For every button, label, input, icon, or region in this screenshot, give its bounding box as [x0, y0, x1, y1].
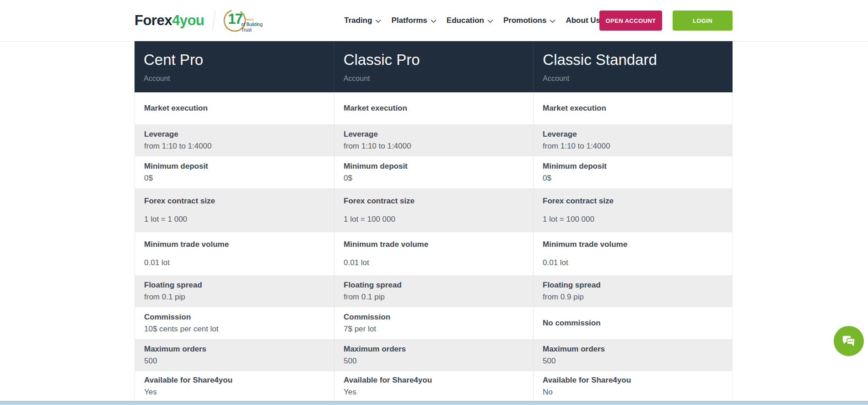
feature-value: No: [543, 388, 723, 397]
table-row-commission: Commission 10$ cents per cent lot Commis…: [135, 307, 732, 339]
table-cell: Minimum deposit 0$: [135, 156, 334, 188]
feature-label: Minimum trade volume: [144, 240, 325, 249]
feature-label: Available for Share4you: [144, 376, 325, 385]
badge-number: 17: [228, 11, 242, 27]
feature-label: Commission: [144, 313, 325, 322]
feature-label: Available for Share4you: [344, 376, 524, 385]
feature-label: Minimum trade volume: [344, 240, 524, 249]
table-cell: Forex contract size 1 lot = 1 000: [135, 188, 334, 232]
feature-value: 10$ cents per cent lot: [144, 325, 325, 334]
account-title: Cent Pro: [144, 51, 334, 69]
forex4you-accounts-page: Forex4you 17 Years of Building Trust Tra…: [0, 0, 868, 405]
nav-item-promotions[interactable]: Promotions: [503, 16, 555, 25]
feature-value: 1 lot = 100 000: [543, 215, 723, 224]
nav-item-platforms[interactable]: Platforms: [391, 16, 435, 25]
nav-label: About Us: [566, 16, 600, 25]
feature-label: Maximum orders: [144, 345, 325, 354]
table-cell: Market execution: [334, 92, 533, 124]
table-cell: Available for Share4you No: [533, 371, 732, 401]
table-header-row: Cent Pro Account Classic Pro Account Cla…: [135, 41, 733, 92]
chat-bubbles-icon: [841, 333, 857, 349]
feature-value: 1 lot = 100 000: [344, 215, 524, 224]
logo-text-forex: Forex: [135, 12, 172, 28]
nav-item-trading[interactable]: Trading: [344, 16, 380, 25]
table-cell: Leverage from 1:10 to 1:4000: [334, 124, 533, 156]
feature-value: 500: [543, 357, 723, 366]
chevron-down-icon: [487, 17, 493, 23]
feature-value: 0$: [543, 174, 723, 183]
feature-label: Minimum trade volume: [543, 240, 723, 249]
horizontal-scrollbar[interactable]: [0, 401, 868, 405]
table-cell: Floating spread from 0.1 pip: [334, 275, 533, 307]
feature-value: 0.01 lot: [144, 258, 325, 267]
feature-value: 7$ per lot: [344, 325, 524, 334]
feature-label: Market execution: [543, 104, 723, 113]
table-cell: Forex contract size 1 lot = 100 000: [533, 188, 732, 232]
feature-value: from 1:10 to 1:4000: [344, 142, 524, 151]
table-row-leverage: Leverage from 1:10 to 1:4000 Leverage fr…: [135, 124, 732, 156]
feature-value: 0.01 lot: [344, 258, 524, 267]
chat-widget-button[interactable]: [834, 326, 864, 356]
feature-label: Maximum orders: [543, 345, 723, 354]
logo-text-4you: 4you: [172, 12, 204, 28]
account-subtitle: Account: [144, 75, 334, 83]
account-title: Classic Standard: [543, 51, 733, 69]
feature-value: from 0.1 pip: [144, 293, 325, 302]
nav-label: Platforms: [391, 16, 427, 25]
table-cell: Leverage from 1:10 to 1:4000: [135, 124, 334, 156]
table-cell: Maximum orders 500: [533, 339, 732, 371]
chevron-down-icon: [376, 17, 382, 23]
nav-item-education[interactable]: Education: [447, 16, 492, 25]
badge-line1: of Building: [241, 22, 263, 27]
table-row-minimum-trade-volume: Minimum trade volume 0.01 lot Minimum tr…: [135, 232, 732, 275]
accounts-comparison-table: Cent Pro Account Classic Pro Account Cla…: [135, 41, 733, 401]
feature-value: 500: [144, 357, 325, 366]
feature-label: Maximum orders: [344, 345, 524, 354]
table-row-market-execution: Market execution Market execution Market…: [135, 92, 732, 124]
account-subtitle: Account: [543, 75, 733, 83]
top-navigation-bar: Forex4you 17 Years of Building Trust Tra…: [0, 0, 868, 42]
forex4you-logo[interactable]: Forex4you: [135, 12, 204, 29]
feature-value: from 0.9 pip: [543, 293, 723, 302]
table-cell: Floating spread from 0.9 pip: [533, 275, 732, 307]
feature-value: 0$: [344, 174, 524, 183]
nav-label: Trading: [344, 16, 372, 25]
logo-divider: [212, 10, 216, 31]
feature-label: Leverage: [344, 130, 524, 139]
table-cell: Market execution: [533, 92, 732, 124]
feature-value: 0.01 lot: [543, 258, 723, 267]
account-column-header-cent-pro: Cent Pro Account: [135, 41, 334, 92]
table-row-minimum-deposit: Minimum deposit 0$ Minimum deposit 0$ Mi…: [135, 156, 732, 188]
feature-value: 0$: [144, 174, 325, 183]
table-cell: Maximum orders 500: [334, 339, 533, 371]
feature-label: Leverage: [543, 130, 723, 139]
feature-label: Floating spread: [344, 281, 524, 290]
table-row-floating-spread: Floating spread from 0.1 pip Floating sp…: [135, 275, 732, 307]
feature-value: Yes: [344, 388, 524, 397]
account-subtitle: Account: [344, 75, 534, 83]
anniversary-badge-icon: 17 Years of Building Trust: [223, 7, 259, 34]
badge-line2: Trust: [241, 27, 251, 32]
chevron-down-icon: [431, 17, 437, 23]
feature-value: Yes: [144, 388, 325, 397]
table-cell: Leverage from 1:10 to 1:4000: [533, 124, 732, 156]
badge-years-label: Years: [244, 17, 253, 21]
chevron-down-icon: [550, 17, 556, 23]
table-row-forex-contract-size: Forex contract size 1 lot = 1 000 Forex …: [135, 188, 732, 232]
feature-value: from 1:10 to 1:4000: [144, 142, 325, 151]
table-row-maximum-orders: Maximum orders 500 Maximum orders 500 Ma…: [135, 339, 732, 371]
table-cell: Commission 7$ per lot: [334, 307, 533, 339]
feature-label: Minimum deposit: [543, 162, 723, 171]
feature-label: Forex contract size: [543, 197, 723, 206]
feature-label: Floating spread: [144, 281, 325, 290]
feature-value: from 0.1 pip: [344, 293, 524, 302]
table-cell: Minimum trade volume 0.01 lot: [334, 232, 533, 275]
login-button[interactable]: LOGIN: [673, 11, 733, 31]
feature-label: No commission: [543, 319, 723, 328]
feature-label: Minimum deposit: [144, 162, 325, 171]
open-account-button[interactable]: OPEN ACCOUNT: [599, 11, 662, 31]
nav-label: Promotions: [503, 16, 546, 25]
feature-label: Forex contract size: [344, 197, 524, 206]
main-nav: Trading Platforms Education Promotions A…: [344, 0, 609, 41]
table-cell: Minimum deposit 0$: [533, 156, 732, 188]
